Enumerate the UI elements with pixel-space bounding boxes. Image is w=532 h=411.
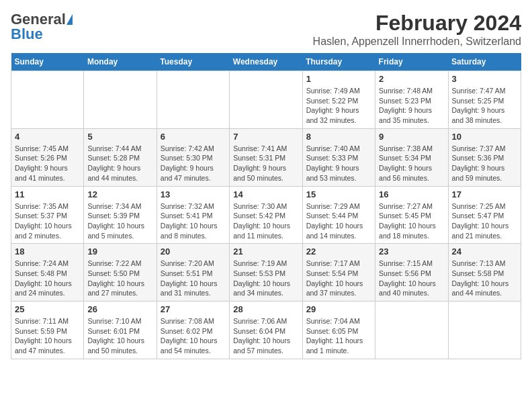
day-number: 19 [87,246,152,257]
calendar-cell: 15Sunrise: 7:29 AMSunset: 5:44 PMDayligh… [302,186,375,244]
weekday-header: Saturday [448,53,521,71]
calendar-cell: 22Sunrise: 7:17 AMSunset: 5:54 PMDayligh… [302,244,375,302]
calendar-cell: 21Sunrise: 7:19 AMSunset: 5:53 PMDayligh… [230,244,302,302]
calendar-cell [84,71,157,129]
logo-triangle-icon [66,14,73,25]
day-info: Sunrise: 7:40 AMSunset: 5:33 PMDaylight:… [306,144,371,183]
day-number: 1 [306,74,371,84]
day-number: 17 [452,189,517,199]
calendar-cell: 7Sunrise: 7:41 AMSunset: 5:31 PMDaylight… [230,128,302,186]
weekday-header: Tuesday [157,53,229,71]
logo: General Blue [11,11,73,43]
calendar-cell: 3Sunrise: 7:47 AMSunset: 5:25 PMDaylight… [448,71,521,129]
page-subtitle: Haslen, Appenzell Innerrhoden, Switzerla… [313,36,521,48]
calendar-cell: 13Sunrise: 7:32 AMSunset: 5:41 PMDayligh… [157,186,229,244]
calendar-cell: 20Sunrise: 7:20 AMSunset: 5:51 PMDayligh… [157,244,229,302]
day-info: Sunrise: 7:24 AMSunset: 5:48 PMDaylight:… [15,259,80,298]
day-number: 20 [161,246,226,257]
day-info: Sunrise: 7:17 AMSunset: 5:54 PMDaylight:… [306,259,371,298]
day-number: 24 [452,246,517,257]
calendar-week-row: 11Sunrise: 7:35 AMSunset: 5:37 PMDayligh… [11,186,521,244]
calendar-cell: 6Sunrise: 7:42 AMSunset: 5:30 PMDaylight… [157,128,229,186]
day-number: 8 [306,132,371,142]
day-info: Sunrise: 7:44 AMSunset: 5:28 PMDaylight:… [87,144,152,183]
day-number: 29 [306,304,371,314]
calendar-cell: 14Sunrise: 7:30 AMSunset: 5:42 PMDayligh… [230,186,302,244]
calendar-cell: 16Sunrise: 7:27 AMSunset: 5:45 PMDayligh… [375,186,448,244]
day-info: Sunrise: 7:35 AMSunset: 5:37 PMDaylight:… [15,201,80,241]
calendar-cell: 4Sunrise: 7:45 AMSunset: 5:26 PMDaylight… [11,128,84,186]
calendar-cell: 27Sunrise: 7:08 AMSunset: 6:02 PMDayligh… [157,302,229,359]
day-number: 7 [233,132,298,142]
calendar-week-row: 4Sunrise: 7:45 AMSunset: 5:26 PMDaylight… [11,128,521,186]
calendar-cell [11,71,84,129]
calendar-cell: 11Sunrise: 7:35 AMSunset: 5:37 PMDayligh… [11,186,84,244]
day-number: 28 [233,304,298,314]
day-info: Sunrise: 7:38 AMSunset: 5:34 PMDaylight:… [379,144,444,183]
calendar-cell [230,71,302,129]
calendar-week-row: 18Sunrise: 7:24 AMSunset: 5:48 PMDayligh… [11,244,521,302]
calendar-cell: 17Sunrise: 7:25 AMSunset: 5:47 PMDayligh… [448,186,521,244]
day-info: Sunrise: 7:27 AMSunset: 5:45 PMDaylight:… [379,201,444,241]
day-number: 13 [161,189,226,199]
calendar-cell: 1Sunrise: 7:49 AMSunset: 5:22 PMDaylight… [302,71,375,129]
day-number: 4 [15,132,80,142]
day-number: 5 [87,132,152,142]
day-number: 18 [15,246,80,257]
calendar-cell: 19Sunrise: 7:22 AMSunset: 5:50 PMDayligh… [84,244,157,302]
day-info: Sunrise: 7:30 AMSunset: 5:42 PMDaylight:… [233,201,298,241]
day-info: Sunrise: 7:41 AMSunset: 5:31 PMDaylight:… [233,144,298,183]
page-header: General Blue February 2024 Haslen, Appen… [11,11,521,48]
calendar-cell: 12Sunrise: 7:34 AMSunset: 5:39 PMDayligh… [84,186,157,244]
day-number: 23 [379,246,444,257]
weekday-header: Thursday [302,53,375,71]
day-number: 22 [306,246,371,257]
calendar-cell [375,302,448,359]
day-info: Sunrise: 7:47 AMSunset: 5:25 PMDaylight:… [452,86,517,126]
day-info: Sunrise: 7:34 AMSunset: 5:39 PMDaylight:… [87,201,152,241]
day-info: Sunrise: 7:19 AMSunset: 5:53 PMDaylight:… [233,259,298,298]
day-number: 26 [87,304,152,314]
day-info: Sunrise: 7:22 AMSunset: 5:50 PMDaylight:… [87,259,152,298]
title-section: February 2024 Haslen, Appenzell Innerrho… [313,11,521,48]
weekday-header: Sunday [11,53,84,71]
day-number: 11 [15,189,80,199]
calendar-cell [157,71,229,129]
day-info: Sunrise: 7:49 AMSunset: 5:22 PMDaylight:… [306,86,371,126]
day-number: 16 [379,189,444,199]
day-number: 3 [452,74,517,84]
day-info: Sunrise: 7:42 AMSunset: 5:30 PMDaylight:… [161,144,226,183]
day-info: Sunrise: 7:48 AMSunset: 5:23 PMDaylight:… [379,86,444,126]
day-info: Sunrise: 7:04 AMSunset: 6:05 PMDaylight:… [306,316,371,356]
calendar-cell [448,302,521,359]
day-info: Sunrise: 7:06 AMSunset: 6:04 PMDaylight:… [233,316,298,356]
calendar-table: SundayMondayTuesdayWednesdayThursdayFrid… [11,53,521,359]
logo-blue-text: Blue [11,26,73,43]
day-number: 6 [161,132,226,142]
day-info: Sunrise: 7:37 AMSunset: 5:36 PMDaylight:… [452,144,517,183]
calendar-cell: 10Sunrise: 7:37 AMSunset: 5:36 PMDayligh… [448,128,521,186]
day-info: Sunrise: 7:10 AMSunset: 6:01 PMDaylight:… [87,316,152,356]
calendar-cell: 24Sunrise: 7:13 AMSunset: 5:58 PMDayligh… [448,244,521,302]
calendar-cell: 23Sunrise: 7:15 AMSunset: 5:56 PMDayligh… [375,244,448,302]
calendar-cell: 2Sunrise: 7:48 AMSunset: 5:23 PMDaylight… [375,71,448,129]
calendar-cell: 26Sunrise: 7:10 AMSunset: 6:01 PMDayligh… [84,302,157,359]
day-info: Sunrise: 7:25 AMSunset: 5:47 PMDaylight:… [452,201,517,241]
calendar-cell: 25Sunrise: 7:11 AMSunset: 5:59 PMDayligh… [11,302,84,359]
calendar-cell: 9Sunrise: 7:38 AMSunset: 5:34 PMDaylight… [375,128,448,186]
day-number: 12 [87,189,152,199]
day-info: Sunrise: 7:15 AMSunset: 5:56 PMDaylight:… [379,259,444,298]
day-number: 21 [233,246,298,257]
day-info: Sunrise: 7:32 AMSunset: 5:41 PMDaylight:… [161,201,226,241]
day-number: 27 [161,304,226,314]
calendar-week-row: 25Sunrise: 7:11 AMSunset: 5:59 PMDayligh… [11,302,521,359]
day-number: 25 [15,304,80,314]
day-info: Sunrise: 7:13 AMSunset: 5:58 PMDaylight:… [452,259,517,298]
calendar-cell: 18Sunrise: 7:24 AMSunset: 5:48 PMDayligh… [11,244,84,302]
day-number: 9 [379,132,444,142]
calendar-header-row: SundayMondayTuesdayWednesdayThursdayFrid… [11,53,521,71]
calendar-cell: 5Sunrise: 7:44 AMSunset: 5:28 PMDaylight… [84,128,157,186]
calendar-cell: 29Sunrise: 7:04 AMSunset: 6:05 PMDayligh… [302,302,375,359]
weekday-header: Monday [84,53,157,71]
day-info: Sunrise: 7:11 AMSunset: 5:59 PMDaylight:… [15,316,80,356]
